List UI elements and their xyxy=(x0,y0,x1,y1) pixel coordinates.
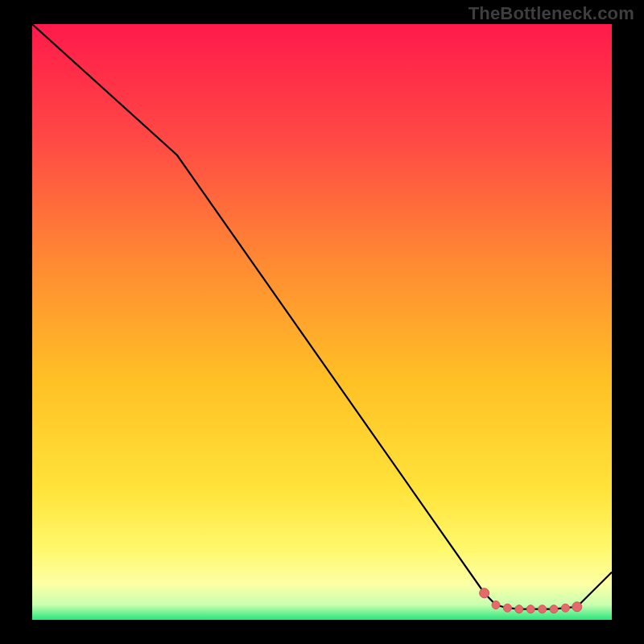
data-marker xyxy=(550,605,558,613)
data-marker xyxy=(572,602,582,612)
attribution-text: TheBottleneck.com xyxy=(469,3,634,24)
chart-frame: TheBottleneck.com xyxy=(0,0,644,644)
data-marker xyxy=(526,605,535,613)
gradient-background xyxy=(32,24,612,620)
data-marker xyxy=(539,605,547,613)
plot-area xyxy=(32,24,612,620)
chart-svg xyxy=(32,24,612,620)
data-marker xyxy=(515,605,523,613)
data-marker xyxy=(480,588,489,598)
data-marker xyxy=(561,604,569,612)
data-marker xyxy=(503,604,511,612)
data-marker xyxy=(492,601,500,609)
